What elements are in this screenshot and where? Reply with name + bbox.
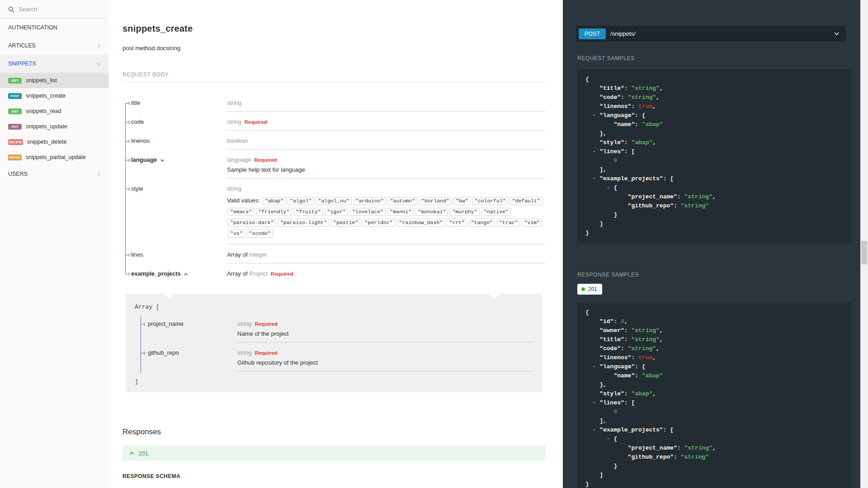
enum-value: "paraiso-dark" xyxy=(228,219,276,227)
box-notch xyxy=(164,294,175,299)
enum-value: "tango" xyxy=(469,219,495,227)
enum-value: "algol_nu" xyxy=(316,197,351,205)
param-row: example_projects Array of ProjectRequire… xyxy=(125,268,546,282)
param-row: project_name stringRequired Name of the … xyxy=(141,319,533,347)
enum-value: "rainbow_dash" xyxy=(397,219,445,227)
sidebar-item-snippets_read[interactable]: GET snippets_read xyxy=(0,103,108,119)
tree-connector xyxy=(141,319,148,347)
responses-heading: Responses xyxy=(123,427,546,436)
tree-connector xyxy=(141,347,148,376)
sidebar-item-snippets_delete[interactable]: DELETE snippets_delete xyxy=(0,134,108,150)
endpoint-url: /snippets/ xyxy=(610,30,834,37)
method-badge-patch: PATCH xyxy=(8,155,22,160)
param-description: stringRequired Name of the project xyxy=(237,319,533,343)
param-name[interactable]: language xyxy=(131,155,227,183)
sidebar-item-users[interactable]: USERS xyxy=(0,165,108,183)
samples-panel: POST /snippets/ REQUEST SAMPLES { "title… xyxy=(563,0,868,488)
param-description: stringRequired Github repository of the … xyxy=(237,347,533,371)
sidebar-item-snippets[interactable]: SNIPPETS xyxy=(0,55,108,73)
api-docs-page: Search AUTHENTICATION ARTICLES SNIPPETS … xyxy=(0,0,868,488)
param-description: languageRequiredSample help text for lan… xyxy=(227,155,546,178)
sidebar-item-snippets_update[interactable]: PUT snippets_update xyxy=(0,119,108,134)
sidebar-item-snippets_list[interactable]: GET snippets_list xyxy=(0,73,108,88)
chevron-up-icon xyxy=(184,272,188,276)
tree-connector xyxy=(125,98,131,117)
enum-value: "arduino" xyxy=(354,197,386,205)
enum-value: "lovelace" xyxy=(350,208,386,216)
enum-value: "murphy" xyxy=(450,208,479,216)
sidebar-item-articles[interactable]: ARTICLES xyxy=(0,37,108,55)
sidebar-item-snippets_partial_update[interactable]: PATCH snippets_partial_update xyxy=(0,150,108,165)
enum-value: "manni" xyxy=(387,208,414,216)
enum-value: "rrt" xyxy=(447,219,467,227)
enum-value: "bw" xyxy=(453,197,471,205)
chevron-down-icon xyxy=(96,61,101,66)
sidebar-item-snippets_create[interactable]: POST snippets_create xyxy=(0,88,108,103)
enum-value: "friendly" xyxy=(256,208,292,216)
param-row: github_repo stringRequired Github reposi… xyxy=(141,347,533,376)
search-placeholder: Search xyxy=(19,6,37,13)
param-description: boolean xyxy=(227,136,546,150)
enum-value: "igor" xyxy=(325,208,348,216)
tree-connector xyxy=(125,183,131,249)
param-description: string xyxy=(227,98,546,112)
chevron-right-icon xyxy=(96,172,101,177)
sidebar-item-authentication[interactable]: AUTHENTICATION xyxy=(0,19,108,37)
search-icon xyxy=(8,6,14,13)
array-open-bracket: Array [ xyxy=(135,304,533,310)
response-201-banner[interactable]: 201 xyxy=(123,446,546,461)
enum-value: "vs" xyxy=(228,230,245,238)
chevron-down-icon xyxy=(160,159,165,162)
enum-value: "abap" xyxy=(263,197,286,205)
enum-value: "default" xyxy=(510,197,542,205)
param-name: title xyxy=(131,98,227,117)
operation-description: post method docstring xyxy=(123,45,546,52)
method-badge-put: PUT xyxy=(8,124,22,130)
param-description: stringRequired xyxy=(227,117,546,131)
enum-value: "vim" xyxy=(522,219,542,227)
status-dot-icon xyxy=(581,287,585,291)
param-name: github_repo xyxy=(148,347,237,376)
request-samples-label: REQUEST SAMPLES xyxy=(577,55,868,61)
param-row: lines Array of integer xyxy=(125,249,546,268)
chevron-up-icon xyxy=(129,451,134,455)
enum-value: "autumn" xyxy=(388,197,417,205)
endpoint-dropdown[interactable]: POST /snippets/ xyxy=(576,26,846,42)
param-description: Array of ProjectRequired xyxy=(227,268,546,282)
scrollbar-thumb[interactable] xyxy=(861,241,867,264)
main-content: snippets_create post method docstring RE… xyxy=(108,0,563,488)
array-close-bracket: ] xyxy=(135,378,533,385)
enum-value: "pastie" xyxy=(331,219,360,227)
request-sample-code: { "title": "string", "code": "string", "… xyxy=(577,69,851,244)
param-row: style stringValid values:"abap""algol""a… xyxy=(125,183,546,249)
response-schema-label: RESPONSE SCHEMA xyxy=(123,473,546,479)
method-badge-post: POST xyxy=(8,93,22,99)
response-samples-label: RESPONSE SAMPLES xyxy=(577,272,868,278)
param-name: linenos xyxy=(131,136,227,155)
enum-value: "algol" xyxy=(288,197,314,205)
response-sample-code: { "id": 0, "owner": "string", "title": "… xyxy=(577,302,851,488)
operation-list: GET snippets_list POST snippets_create G… xyxy=(0,73,108,165)
http-method-badge: POST xyxy=(579,28,606,39)
response-code: 201 xyxy=(138,450,148,457)
param-name[interactable]: example_projects xyxy=(131,268,227,282)
page-scrollbar[interactable] xyxy=(860,0,868,488)
enum-value: "emacs" xyxy=(228,208,254,216)
param-name: style xyxy=(131,183,227,249)
sidebar: Search AUTHENTICATION ARTICLES SNIPPETS … xyxy=(0,0,108,488)
method-badge-get: GET xyxy=(8,108,22,114)
param-name: lines xyxy=(131,249,227,268)
tree-connector xyxy=(125,136,131,155)
param-row: title string xyxy=(125,98,546,117)
enum-value: "borland" xyxy=(419,197,452,205)
enum-value: "perldoc" xyxy=(362,219,395,227)
tree-connector xyxy=(125,268,131,282)
search-input[interactable]: Search xyxy=(0,0,108,19)
response-sample-tab-201[interactable]: 201 xyxy=(577,284,602,295)
param-row: code stringRequired xyxy=(125,117,546,136)
tree-connector xyxy=(125,155,131,183)
request-body-fields: title string code stringRequired linenos… xyxy=(125,98,546,282)
enum-value: "trac" xyxy=(497,219,520,227)
request-body-label: REQUEST BODY xyxy=(123,71,546,82)
enum-value: "monokai" xyxy=(415,208,448,216)
